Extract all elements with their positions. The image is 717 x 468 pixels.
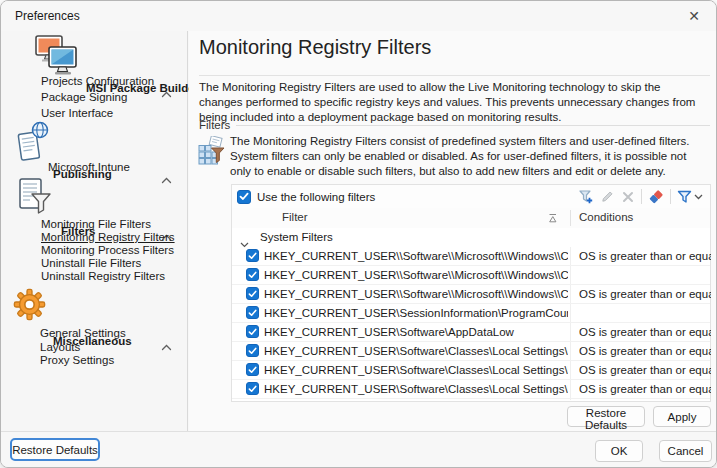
- chevron-up-icon[interactable]: [161, 170, 172, 188]
- table-row[interactable]: HKEY_CURRENT_USER\\Software\\Microsoft\\…: [232, 266, 710, 285]
- registry-filter-icon: [198, 136, 225, 169]
- chevron-up-icon[interactable]: [161, 84, 172, 102]
- filters-table: System Filters HKEY_CURRENT_USER\\Softwa…: [231, 228, 711, 402]
- sidebar-item-microsoft-intune[interactable]: Microsoft Intune: [48, 161, 130, 174]
- filter-cell: HKEY_CURRENT_USER\Software\Classes\Local…: [264, 364, 568, 376]
- table-row[interactable]: HKEY_CURRENT_USER\\Software\\Microsoft\\…: [232, 285, 710, 304]
- table-row[interactable]: HKEY_CURRENT_USER\Software\AppDataLow OS…: [232, 323, 710, 342]
- filter-cell: HKEY_CURRENT_USER\Software\AppDataLow: [264, 326, 568, 338]
- column-divider: [570, 210, 571, 226]
- sidebar-item-uninstall-file-filters[interactable]: Uninstall File Filters: [41, 257, 141, 270]
- group-row-system-filters[interactable]: System Filters: [232, 228, 710, 247]
- sidebar: MSI Package Builder Projects Configurati…: [1, 31, 188, 431]
- use-filters-label[interactable]: Use the following filters: [257, 191, 375, 203]
- group-row-label: System Filters: [260, 231, 333, 243]
- restore-defaults-button[interactable]: Restore Defaults: [567, 406, 645, 427]
- gear-icon: [13, 288, 46, 325]
- row-checkbox[interactable]: [246, 268, 259, 281]
- window-title: Preferences: [15, 9, 80, 23]
- sidebar-item-proxy-settings[interactable]: Proxy Settings: [40, 354, 114, 367]
- row-checkbox[interactable]: [246, 344, 259, 357]
- titlebar: Preferences ✕: [1, 1, 717, 31]
- filter-cell: HKEY_CURRENT_USER\\Software\\Microsoft\\…: [264, 250, 568, 262]
- delete-filter-icon[interactable]: [621, 190, 635, 204]
- filter-dropdown-icon[interactable]: [677, 189, 703, 204]
- table-row[interactable]: HKEY_CURRENT_USER\\Software\\Microsoft\\…: [232, 247, 710, 266]
- column-header-filter[interactable]: Filter: [282, 211, 308, 223]
- filter-cell: HKEY_CURRENT_USER\Software\Classes\Local…: [264, 383, 568, 395]
- row-checkbox[interactable]: [246, 382, 259, 395]
- row-checkbox[interactable]: [246, 249, 259, 262]
- page-description: The Monitoring Registry Filters are used…: [199, 80, 707, 125]
- publishing-icon: [16, 121, 50, 167]
- filters-group-label: Filters: [199, 119, 230, 131]
- apply-button[interactable]: Apply: [653, 406, 711, 427]
- close-icon[interactable]: ✕: [684, 7, 704, 25]
- filter-cell: HKEY_CURRENT_USER\\Software\\Microsoft\\…: [264, 288, 568, 300]
- footer: Restore Defaults OK Cancel: [1, 431, 717, 468]
- row-checkbox[interactable]: [246, 325, 259, 338]
- sidebar-item-uninstall-registry-filters[interactable]: Uninstall Registry Filters: [41, 270, 165, 283]
- conditions-cell: OS is greater than or equal to W: [579, 326, 711, 338]
- row-checkbox[interactable]: [246, 363, 259, 376]
- table-row[interactable]: HKEY_CURRENT_USER\Software\Classes\Local…: [232, 380, 710, 399]
- row-checkbox[interactable]: [246, 287, 259, 300]
- eraser-icon[interactable]: [648, 189, 664, 205]
- sidebar-item-general-settings[interactable]: General Settings: [40, 327, 126, 340]
- toolbar-separator: [641, 189, 642, 204]
- sidebar-item-user-interface[interactable]: User Interface: [41, 107, 113, 120]
- toolbar-separator: [670, 189, 671, 204]
- sidebar-item-layouts[interactable]: Layouts: [40, 341, 80, 354]
- sidebar-item-projects-configuration[interactable]: Projects Configuration: [41, 75, 154, 88]
- table-row[interactable]: HKEY_CURRENT_USER\Software\Classes\Local…: [232, 361, 710, 380]
- table-row[interactable]: HKEY_CURRENT_USER\SessionInformation\Pro…: [232, 304, 710, 323]
- sidebar-item-monitoring-process-filters[interactable]: Monitoring Process Filters: [41, 244, 174, 257]
- conditions-cell: OS is greater than or equal to W: [579, 383, 711, 395]
- edit-filter-icon[interactable]: [600, 189, 615, 204]
- conditions-cell: OS is greater than or equal to W: [579, 364, 711, 376]
- page-title: Monitoring Registry Filters: [199, 36, 431, 59]
- chevron-up-icon[interactable]: [161, 337, 172, 355]
- sidebar-item-package-signing[interactable]: Package Signing: [41, 91, 127, 104]
- main-panel: Monitoring Registry Filters The Monitori…: [189, 31, 717, 431]
- filters-toolbar: Use the following filters: [231, 184, 711, 209]
- conditions-cell: OS is greater than or equal to W: [579, 345, 711, 357]
- conditions-cell: OS is greater than or equal to W: [579, 250, 711, 262]
- filter-cell: HKEY_CURRENT_USER\Software\Classes\Local…: [264, 345, 568, 357]
- title-divider: [199, 75, 710, 76]
- ok-button[interactable]: OK: [595, 440, 643, 462]
- table-row[interactable]: HKEY_CURRENT_USER\Software\Classes\Local…: [232, 342, 710, 361]
- filters-group-line: [236, 125, 710, 126]
- cancel-button[interactable]: Cancel: [659, 440, 712, 462]
- sidebar-item-monitoring-file-filters[interactable]: Monitoring File Filters: [41, 218, 151, 231]
- filter-cell: HKEY_CURRENT_USER\\Software\\Microsoft\\…: [264, 269, 568, 281]
- filters-icon: [18, 177, 52, 218]
- use-filters-checkbox[interactable]: [237, 190, 251, 204]
- toolbar-buttons: [578, 189, 710, 205]
- filters-group-description: The Monitoring Registry Filters consist …: [230, 134, 710, 178]
- preferences-dialog: Preferences ✕ MSI Package Builder Projec…: [0, 0, 717, 468]
- add-filter-icon[interactable]: [578, 189, 594, 205]
- filter-cell: HKEY_CURRENT_USER\SessionInformation\Pro…: [264, 307, 568, 319]
- conditions-cell: OS is greater than or equal to W: [579, 288, 711, 300]
- row-checkbox[interactable]: [246, 306, 259, 319]
- sort-ascending-icon: [548, 213, 559, 226]
- column-header-conditions[interactable]: Conditions: [579, 211, 633, 223]
- restore-all-defaults-button[interactable]: Restore Defaults: [10, 438, 100, 461]
- sidebar-item-monitoring-registry-filters[interactable]: Monitoring Registry Filters: [41, 231, 175, 244]
- table-header: Filter Conditions: [231, 208, 711, 229]
